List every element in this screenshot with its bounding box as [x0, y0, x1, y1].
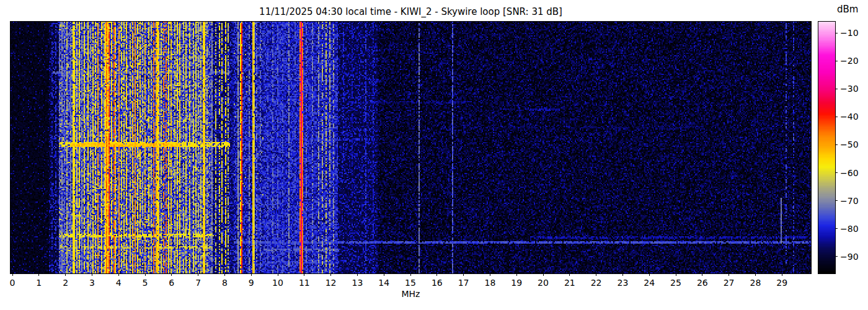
colorbar-tick	[835, 61, 838, 61]
x-axis-tick-label: 16	[427, 278, 448, 288]
colorbar-tick	[835, 172, 838, 173]
x-axis-tick	[490, 273, 490, 276]
x-axis-tick-label: 29	[771, 278, 792, 288]
x-axis-tick	[728, 273, 729, 276]
colorbar-tick	[835, 144, 838, 145]
x-axis-tick	[384, 273, 384, 276]
x-axis-tick-label: 11	[294, 278, 315, 288]
x-axis-tick	[304, 273, 304, 276]
x-axis-tick	[622, 273, 623, 276]
x-axis-tick	[649, 273, 650, 276]
x-axis-tick	[569, 273, 570, 276]
x-axis-tick	[224, 273, 225, 276]
x-axis-tick	[251, 273, 252, 276]
spectrogram-figure: 11/11/2025 04:30 local time - KIWI_2 - S…	[0, 0, 868, 310]
x-axis-tick-label: 24	[639, 278, 660, 288]
x-axis-tick	[92, 273, 92, 276]
x-axis-tick	[171, 273, 172, 276]
x-axis-tick-label: 10	[267, 278, 288, 288]
x-axis-tick-label: 19	[506, 278, 527, 288]
colorbar-tick-label: −10	[840, 27, 865, 38]
colorbar-tick-label: −90	[840, 251, 865, 262]
x-axis-tick-label: 17	[453, 278, 474, 288]
x-axis-tick	[198, 273, 198, 276]
x-axis-tick-label: 3	[81, 278, 102, 288]
colorbar-tick	[835, 200, 838, 201]
chart-title: 11/11/2025 04:30 local time - KIWI_2 - S…	[11, 6, 811, 18]
x-axis-tick-label: 18	[479, 278, 500, 288]
x-axis-tick	[65, 273, 66, 276]
x-axis-tick-label: 14	[373, 278, 394, 288]
colorbar-tick	[835, 33, 838, 33]
x-axis-tick	[516, 273, 517, 276]
x-axis-tick-label: 6	[161, 278, 182, 288]
x-axis-label: MHz	[11, 289, 811, 299]
x-axis-tick-label: 9	[241, 278, 262, 288]
x-axis-tick	[463, 273, 464, 276]
x-axis-tick-label: 7	[188, 278, 209, 288]
x-axis-tick-label: 12	[321, 278, 342, 288]
x-axis-tick-label: 0	[2, 278, 23, 288]
x-axis-tick	[755, 273, 756, 276]
x-axis-tick-label: 15	[400, 278, 421, 288]
x-axis-tick-label: 25	[665, 278, 686, 288]
colorbar-tick	[835, 228, 838, 229]
colorbar-tick	[835, 89, 838, 89]
x-axis-tick-label: 22	[586, 278, 607, 288]
x-axis-tick	[782, 273, 782, 276]
x-axis-tick-label: 5	[135, 278, 156, 288]
x-axis-tick-label: 20	[533, 278, 554, 288]
x-axis-tick	[410, 273, 411, 276]
x-axis-tick	[330, 273, 331, 276]
x-axis-tick	[38, 273, 39, 276]
x-axis-tick	[12, 273, 13, 276]
x-axis-tick	[145, 273, 146, 276]
colorbar-tick-label: −70	[840, 195, 865, 206]
colorbar-tick	[835, 117, 838, 117]
colorbar-tick-label: −20	[840, 55, 865, 66]
colorbar-tick-label: −50	[840, 139, 865, 150]
x-axis-tick	[702, 273, 702, 276]
x-axis-tick-label: 8	[214, 278, 235, 288]
colorbar-tick-label: −80	[840, 223, 865, 234]
x-axis-tick	[436, 273, 437, 276]
x-axis-tick-label: 13	[347, 278, 368, 288]
x-axis-tick	[357, 273, 358, 276]
x-axis-tick-label: 26	[692, 278, 713, 288]
x-axis-tick-label: 2	[55, 278, 76, 288]
colorbar-tick-label: −60	[840, 167, 865, 179]
waterfall-frame	[10, 21, 812, 274]
x-axis-tick-label: 23	[612, 278, 633, 288]
colorbar-gradient	[818, 22, 835, 273]
colorbar-frame	[818, 21, 836, 274]
x-axis-tick-label: 1	[29, 278, 50, 288]
colorbar-tick-label: −30	[840, 83, 865, 94]
colorbar-unit-label: dBm	[837, 4, 867, 15]
x-axis-tick-label: 28	[745, 278, 766, 288]
colorbar-tick	[835, 256, 838, 257]
x-axis-tick-label: 4	[108, 278, 129, 288]
x-axis-tick	[543, 273, 544, 276]
waterfall-heatmap	[11, 22, 811, 273]
x-axis-tick	[676, 273, 676, 276]
x-axis-tick	[596, 273, 596, 276]
x-axis-tick	[278, 273, 278, 276]
colorbar-tick-label: −40	[840, 111, 865, 122]
x-axis-tick-label: 27	[719, 278, 740, 288]
x-axis-tick	[118, 273, 119, 276]
x-axis-tick-label: 21	[559, 278, 580, 288]
